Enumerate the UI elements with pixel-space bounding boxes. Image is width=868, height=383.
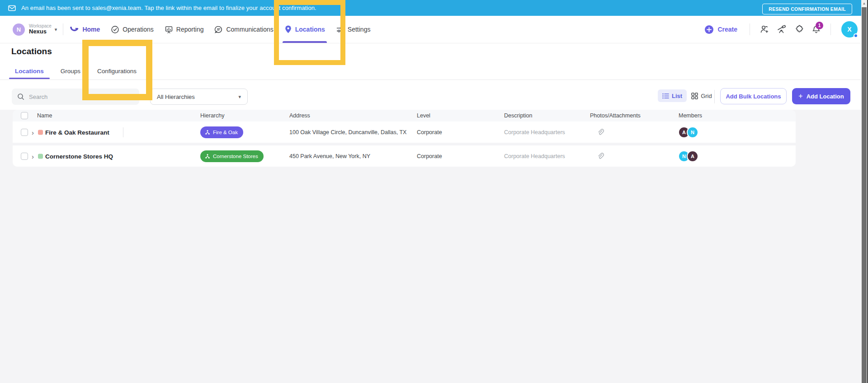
- nav-label-home: Home: [82, 26, 100, 33]
- hierarchy-badge[interactable]: Cornerstone Stores: [200, 150, 264, 162]
- notifications-button[interactable]: 1: [807, 21, 825, 38]
- hierarchy-badge-label: Fire & Oak: [213, 130, 238, 135]
- location-name[interactable]: Fire & Oak Restaurant: [45, 129, 109, 135]
- hierarchy-filter-dropdown[interactable]: All Hierarchies ▾: [150, 89, 248, 105]
- nav-item-settings[interactable]: Settings: [336, 16, 371, 43]
- tab-configurations[interactable]: Configurations: [97, 63, 137, 79]
- nav-label-operations: Operations: [123, 26, 153, 33]
- attachments-icon[interactable]: [597, 152, 604, 160]
- navbar-right: Create: [704, 21, 858, 38]
- nav-item-reporting[interactable]: Reporting: [165, 16, 204, 43]
- table-row[interactable]: › Fire & Oak Restaurant Fire & Oak 100 O…: [13, 121, 796, 143]
- create-button[interactable]: Create: [704, 25, 737, 34]
- page-title: Locations: [11, 47, 52, 56]
- nav-items: Home Operations Reportin: [70, 16, 370, 43]
- location-name[interactable]: Cornerstone Stores HQ: [45, 153, 113, 159]
- nav-item-locations[interactable]: Locations: [284, 16, 325, 43]
- nav-item-communications[interactable]: Communications: [214, 16, 273, 43]
- scrollbar-thumb[interactable]: [862, 7, 867, 383]
- confirmation-banner: An email has been sent to sales@xenia.te…: [0, 0, 861, 16]
- tabs: Locations Groups Configurations: [15, 63, 137, 79]
- search-box[interactable]: [12, 89, 139, 105]
- workspace-info[interactable]: Workspace Nexus: [29, 23, 52, 35]
- location-address: 100 Oak Village Circle, Duncanville, Dal…: [289, 129, 406, 135]
- member-avatar[interactable]: A: [687, 150, 698, 162]
- puzzle-icon: [794, 25, 804, 34]
- add-bulk-locations-button[interactable]: Add Bulk Locations: [720, 88, 787, 104]
- hierarchy-badge-label: Cornerstone Stores: [213, 154, 258, 159]
- grid-label: Grid: [701, 93, 712, 99]
- nav-label-settings: Settings: [348, 26, 371, 33]
- list-icon: [662, 93, 669, 99]
- row-checkbox[interactable]: [21, 129, 28, 136]
- map-pin-icon: [284, 25, 292, 34]
- list-label: List: [672, 93, 682, 99]
- row-checkbox[interactable]: [21, 153, 28, 160]
- hierarchy-icon: [205, 130, 210, 135]
- divider: [714, 90, 715, 103]
- list-view-button[interactable]: List: [658, 89, 687, 102]
- nav-item-operations[interactable]: Operations: [111, 16, 153, 43]
- presentation-chart-icon: [165, 25, 173, 34]
- divider: [63, 23, 63, 35]
- banner-message: An email has been sent to sales@xenia.te…: [21, 5, 316, 11]
- scrollbar-up-arrow[interactable]: ▲: [861, 1, 867, 5]
- chat-bubble-icon: [214, 25, 223, 34]
- column-header-name: Name: [37, 112, 52, 119]
- chevron-down-icon: ▾: [238, 94, 241, 100]
- screen: An email has been sent to sales@xenia.te…: [0, 0, 868, 383]
- workspace-avatar[interactable]: N: [13, 23, 25, 36]
- name-column-divider: [123, 127, 123, 137]
- online-status-dot: [854, 33, 858, 38]
- column-header-members: Members: [679, 112, 702, 119]
- table-row[interactable]: › Cornerstone Stores HQ Cornerstone Stor…: [13, 145, 796, 167]
- location-level: Corporate: [417, 129, 442, 135]
- resend-confirmation-button[interactable]: RESEND CONFIRMATION EMAIL: [762, 4, 852, 14]
- chevron-down-icon[interactable]: ▾: [55, 27, 57, 33]
- member-avatars: A N: [678, 126, 698, 138]
- invite-user-button[interactable]: [756, 21, 773, 38]
- hierarchy-icon: [205, 154, 210, 159]
- column-header-level: Level: [417, 112, 430, 119]
- divider: [750, 23, 750, 35]
- column-header-description: Description: [504, 112, 533, 119]
- tab-locations[interactable]: Locations: [15, 63, 44, 79]
- view-toggle: List Grid: [658, 89, 717, 102]
- divider: [830, 23, 831, 35]
- column-header-address: Address: [289, 112, 310, 119]
- location-color-swatch: [38, 154, 43, 159]
- expand-row-button[interactable]: ›: [32, 153, 34, 159]
- select-all-checkbox[interactable]: [21, 112, 28, 119]
- person-add-icon: [760, 25, 769, 34]
- grid-icon: [691, 93, 698, 99]
- xenia-logo-icon: [70, 25, 79, 33]
- tab-groups[interactable]: Groups: [61, 63, 80, 79]
- column-header-hierarchy: Hierarchy: [200, 112, 225, 119]
- grid-view-button[interactable]: Grid: [687, 89, 717, 102]
- location-description: Corporate Headquarters: [504, 153, 565, 159]
- locations-table: Name Hierarchy Address Level Description…: [13, 110, 796, 167]
- expand-row-button[interactable]: ›: [32, 129, 34, 135]
- search-input[interactable]: [29, 93, 128, 100]
- add-location-label: Add Location: [807, 93, 844, 100]
- hierarchy-badge[interactable]: Fire & Oak: [200, 126, 243, 138]
- attachments-icon[interactable]: [597, 128, 604, 136]
- nav-label-reporting: Reporting: [176, 26, 204, 33]
- envelope-icon: [8, 5, 16, 11]
- location-color-swatch: [38, 130, 43, 135]
- nav-label-locations: Locations: [295, 26, 325, 33]
- integrations-button[interactable]: [790, 21, 807, 38]
- location-address: 450 Park Avenue, New York, NY: [289, 153, 370, 159]
- telescope-button[interactable]: [773, 21, 790, 38]
- plus-circle-icon: [704, 25, 714, 34]
- nav-item-home[interactable]: Home: [70, 16, 100, 43]
- hierarchy-filter-value: All Hierarchies: [157, 93, 195, 100]
- add-location-button[interactable]: + Add Location: [792, 88, 850, 104]
- user-avatar[interactable]: X: [841, 21, 858, 37]
- user-initial: X: [847, 26, 851, 33]
- divider: [0, 79, 861, 80]
- plus-icon: +: [798, 93, 802, 100]
- nav-label-communications: Communications: [226, 26, 273, 33]
- member-avatar[interactable]: N: [687, 126, 698, 138]
- scrollbar-track[interactable]: ▲: [861, 0, 868, 383]
